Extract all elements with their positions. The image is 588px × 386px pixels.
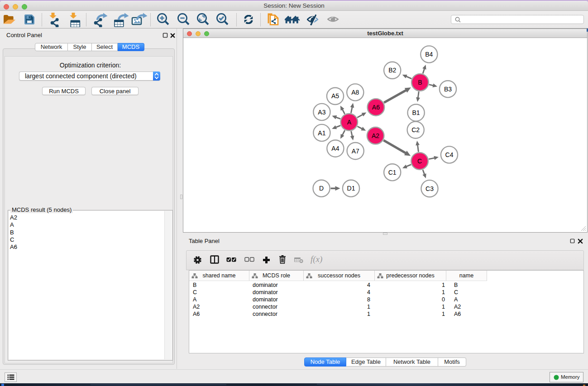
svg-text:B: B xyxy=(418,79,422,86)
svg-text:C1: C1 xyxy=(388,169,397,176)
svg-text:B1: B1 xyxy=(412,109,420,116)
svg-text:B2: B2 xyxy=(388,67,396,74)
svg-text:A6: A6 xyxy=(372,104,380,111)
svg-text:C3: C3 xyxy=(425,185,434,192)
svg-text:A: A xyxy=(347,119,352,126)
svg-text:A2: A2 xyxy=(372,132,379,139)
svg-text:C2: C2 xyxy=(411,126,420,133)
svg-text:B3: B3 xyxy=(444,86,452,93)
svg-text:A7: A7 xyxy=(352,148,359,155)
svg-text:A3: A3 xyxy=(318,109,325,116)
svg-text:D1: D1 xyxy=(347,185,355,192)
svg-text:A8: A8 xyxy=(351,89,359,96)
svg-text:A4: A4 xyxy=(331,145,339,152)
svg-text:C4: C4 xyxy=(445,151,454,158)
svg-text:A5: A5 xyxy=(331,92,339,100)
svg-text:B4: B4 xyxy=(425,51,433,58)
svg-text:C: C xyxy=(417,157,422,165)
svg-text:D: D xyxy=(319,185,324,192)
svg-text:A1: A1 xyxy=(318,129,325,137)
